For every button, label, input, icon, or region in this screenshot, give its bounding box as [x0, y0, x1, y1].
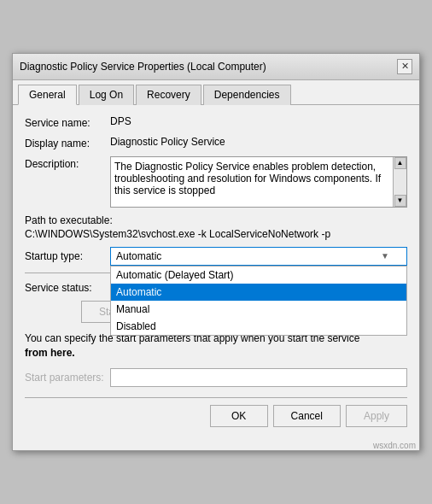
watermark: wsxdn.com — [13, 441, 419, 450]
description-box: The Diagnostic Policy Service enables pr… — [110, 156, 407, 208]
path-value: C:\WINDOWS\System32\svchost.exe -k Local… — [25, 228, 407, 240]
startup-type-row: Startup type: Automatic ▼ Automatic (Del… — [25, 247, 407, 266]
service-name-label: Service name: — [25, 115, 110, 129]
service-name-row: Service name: DPS — [25, 115, 407, 129]
startup-dropdown-trigger[interactable]: Automatic ▼ — [110, 247, 407, 266]
startup-selected-value: Automatic — [116, 250, 161, 262]
tab-bar: General Log On Recovery Dependencies — [13, 80, 419, 105]
service-name-value: DPS — [110, 115, 407, 127]
description-row: Description: The Diagnostic Policy Servi… — [25, 156, 407, 208]
path-section: Path to executable: C:\WINDOWS\System32\… — [25, 214, 407, 240]
dialog-window: Diagnostic Policy Service Properties (Lo… — [12, 53, 420, 452]
tab-general[interactable]: General — [18, 85, 77, 105]
dropdown-option-auto[interactable]: Automatic — [111, 284, 406, 301]
startup-dropdown[interactable]: Automatic ▼ Automatic (Delayed Start) Au… — [110, 247, 407, 266]
apply-button[interactable]: Apply — [346, 405, 407, 427]
window-title: Diagnostic Policy Service Properties (Lo… — [20, 61, 266, 73]
tab-recovery[interactable]: Recovery — [136, 85, 201, 105]
ok-button[interactable]: OK — [210, 405, 268, 427]
description-scrollbar[interactable]: ▲ ▼ — [393, 157, 406, 207]
info-text-part2: from here. — [25, 347, 75, 359]
start-params-input[interactable] — [110, 368, 407, 387]
description-label: Description: — [25, 156, 110, 170]
display-name-value: Diagnostic Policy Service — [110, 136, 407, 148]
display-name-label: Display name: — [25, 136, 110, 149]
cancel-button[interactable]: Cancel — [273, 405, 341, 427]
content-area: Service name: DPS Display name: Diagnost… — [13, 105, 419, 442]
dropdown-option-auto-delayed[interactable]: Automatic (Delayed Start) — [111, 267, 406, 284]
dropdown-arrow-icon: ▼ — [381, 251, 389, 261]
scroll-up-arrow[interactable]: ▲ — [394, 157, 406, 169]
dropdown-option-manual[interactable]: Manual — [111, 301, 406, 318]
title-bar: Diagnostic Policy Service Properties (Lo… — [13, 54, 419, 80]
close-button[interactable]: ✕ — [397, 59, 412, 74]
startup-dropdown-menu: Automatic (Delayed Start) Automatic Manu… — [110, 266, 407, 336]
scroll-down-arrow[interactable]: ▼ — [394, 195, 406, 207]
tab-dependencies[interactable]: Dependencies — [203, 85, 291, 105]
path-label: Path to executable: — [25, 214, 407, 226]
info-text: You can specify the start parameters tha… — [25, 331, 407, 360]
tab-logon[interactable]: Log On — [79, 85, 134, 105]
bottom-buttons: OK Cancel Apply — [25, 397, 407, 431]
description-text: The Diagnostic Policy Service enables pr… — [114, 161, 403, 196]
startup-label: Startup type: — [25, 250, 110, 262]
dropdown-option-disabled[interactable]: Disabled — [111, 318, 406, 335]
start-params-row: Start parameters: — [25, 368, 407, 387]
display-name-row: Display name: Diagnostic Policy Service — [25, 136, 407, 149]
service-status-label: Service status: — [25, 280, 110, 294]
start-params-label: Start parameters: — [25, 372, 110, 384]
